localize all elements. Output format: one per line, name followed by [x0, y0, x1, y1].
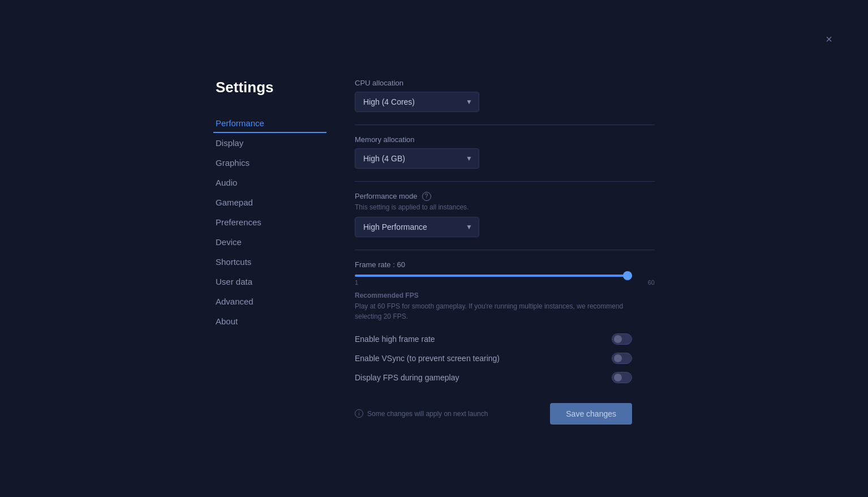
toggle-row-vsync: Enable VSync (to prevent screen tearing): [355, 349, 632, 368]
sidebar-item-performance[interactable]: Performance: [213, 113, 326, 133]
framerate-section: Frame rate : 60 1 60 Recommended FPS Pla…: [355, 260, 655, 387]
cpu-allocation-label: CPU allocation: [355, 79, 655, 87]
info-icon: i: [355, 409, 363, 418]
fps-info: Recommended FPS Play at 60 FPS for smoot…: [355, 292, 655, 322]
fps-info-text: Play at 60 FPS for smooth gameplay. If y…: [355, 301, 632, 322]
divider-3: [355, 250, 655, 250]
slider-container: 1 60: [355, 275, 655, 286]
page-title: Settings: [213, 79, 326, 96]
sidebar: Settings Performance Display Graphics Au…: [213, 73, 326, 425]
cpu-allocation-select[interactable]: High (4 Cores) Medium (2 Cores) Low (1 C…: [355, 92, 479, 112]
footer-note-text: Some changes will apply on next launch: [367, 410, 488, 418]
performance-mode-note: This setting is applied to all instances…: [355, 203, 655, 211]
toggle-label-display-fps: Display FPS during gameplay: [355, 373, 459, 382]
toggle-row-high-frame-rate: Enable high frame rate: [355, 329, 632, 349]
help-icon[interactable]: ?: [422, 192, 431, 201]
performance-mode-select-wrapper: High Performance Balanced Power Saver ▼: [355, 217, 479, 237]
save-changes-button[interactable]: Save changes: [550, 403, 632, 425]
cpu-allocation-select-wrapper: High (4 Cores) Medium (2 Cores) Low (1 C…: [355, 92, 479, 112]
sidebar-item-gamepad[interactable]: Gamepad: [213, 192, 326, 212]
performance-mode-label: Performance mode: [355, 192, 418, 200]
divider-1: [355, 125, 655, 125]
sidebar-item-device[interactable]: Device: [213, 232, 326, 252]
sidebar-item-preferences[interactable]: Preferences: [213, 212, 326, 232]
sidebar-item-audio[interactable]: Audio: [213, 173, 326, 192]
memory-allocation-label: Memory allocation: [355, 135, 655, 144]
footer-note: i Some changes will apply on next launch: [355, 409, 488, 418]
content-area: CPU allocation High (4 Cores) Medium (2 …: [326, 73, 655, 425]
sidebar-item-shortcuts[interactable]: Shortcuts: [213, 252, 326, 272]
sidebar-item-about[interactable]: About: [213, 311, 326, 331]
sidebar-item-advanced[interactable]: Advanced: [213, 292, 326, 311]
fps-info-title: Recommended FPS: [355, 292, 655, 299]
sidebar-item-graphics[interactable]: Graphics: [213, 153, 326, 173]
memory-allocation-select[interactable]: High (4 GB) Medium (2 GB) Low (1 GB): [355, 148, 479, 169]
footer-row: i Some changes will apply on next launch…: [355, 403, 632, 425]
perf-mode-label-row: Performance mode ?: [355, 192, 655, 201]
memory-allocation-section: Memory allocation High (4 GB) Medium (2 …: [355, 135, 655, 169]
memory-allocation-select-wrapper: High (4 GB) Medium (2 GB) Low (1 GB) ▼: [355, 148, 479, 169]
modal-overlay: × Settings Performance Display Graphics …: [0, 0, 868, 497]
slider-max-label: 60: [648, 279, 655, 286]
sidebar-item-user-data[interactable]: User data: [213, 272, 326, 292]
toggle-high-frame-rate[interactable]: [612, 333, 632, 345]
performance-mode-select[interactable]: High Performance Balanced Power Saver: [355, 217, 479, 237]
divider-2: [355, 181, 655, 182]
toggle-vsync[interactable]: [612, 353, 632, 364]
toggle-label-vsync: Enable VSync (to prevent screen tearing): [355, 354, 500, 363]
settings-container: Settings Performance Display Graphics Au…: [213, 62, 655, 436]
toggle-display-fps[interactable]: [612, 372, 632, 383]
toggle-row-display-fps: Display FPS during gameplay: [355, 368, 632, 387]
slider-min-label: 1: [355, 279, 358, 286]
cpu-allocation-section: CPU allocation High (4 Cores) Medium (2 …: [355, 79, 655, 112]
toggle-label-high-frame-rate: Enable high frame rate: [355, 335, 435, 344]
performance-mode-section: Performance mode ? This setting is appli…: [355, 192, 655, 237]
close-button[interactable]: ×: [821, 31, 837, 47]
framerate-slider[interactable]: [355, 275, 632, 277]
sidebar-item-display[interactable]: Display: [213, 133, 326, 153]
framerate-label: Frame rate : 60: [355, 260, 655, 269]
